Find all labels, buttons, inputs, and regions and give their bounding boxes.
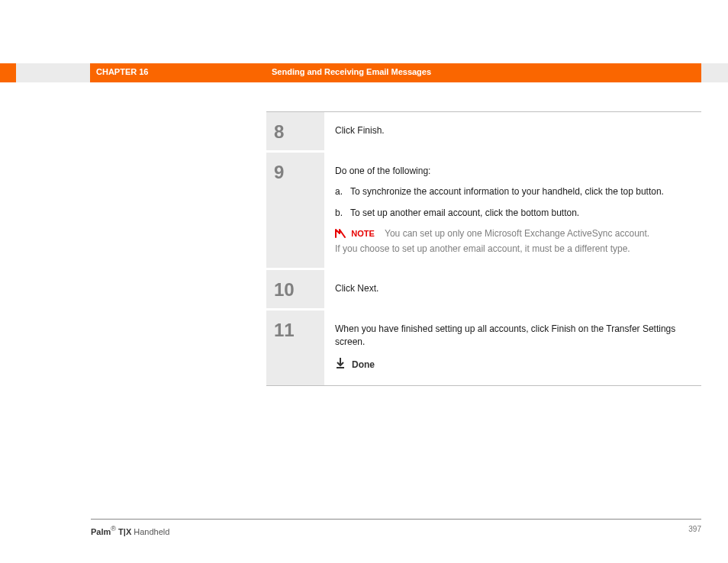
step-body: When you have finished setting up all ac… bbox=[324, 310, 701, 385]
step-number-cell: 11 bbox=[266, 310, 324, 385]
step-number: 9 bbox=[274, 163, 324, 182]
page-number: 397 bbox=[688, 525, 701, 533]
step-9: 9 Do one of the following: a. To synchro… bbox=[266, 150, 701, 268]
step-text: Click Finish. bbox=[335, 125, 385, 136]
sublist-text: To synchronize the account information t… bbox=[350, 185, 685, 198]
steps-table: 8 Click Finish. 9 Do one of the followin… bbox=[266, 111, 701, 386]
footer-rule bbox=[91, 519, 701, 520]
note-icon bbox=[335, 229, 346, 242]
step-number: 8 bbox=[274, 123, 324, 141]
step-body: Do one of the following: a. To synchroni… bbox=[324, 153, 701, 268]
sublist-item-a: a. To synchronize the account informatio… bbox=[335, 185, 685, 198]
step-number-cell: 8 bbox=[266, 112, 324, 150]
sublist-letter: a. bbox=[335, 185, 350, 198]
step-10: 10 Click Next. bbox=[266, 268, 701, 308]
note-text: You can set up only one Microsoft Exchan… bbox=[335, 228, 649, 253]
done-label: Done bbox=[352, 359, 375, 372]
header-accent-left bbox=[0, 63, 16, 82]
footer-product: Palm® T|X Handheld bbox=[91, 525, 169, 536]
step-body: Click Next. bbox=[324, 270, 701, 308]
step-body: Click Finish. bbox=[324, 112, 701, 150]
step-text: Click Next. bbox=[335, 283, 378, 294]
step-8: 8 Click Finish. bbox=[266, 112, 701, 150]
sublist-letter: b. bbox=[335, 207, 350, 220]
note-label: NOTE bbox=[351, 229, 375, 238]
down-arrow-icon bbox=[335, 357, 346, 373]
header-gap-right bbox=[701, 63, 728, 82]
step-number: 11 bbox=[274, 321, 324, 339]
step-intro: Do one of the following: bbox=[335, 165, 685, 178]
done-row: Done bbox=[335, 357, 685, 373]
note-block: NOTE You can set up only one Microsoft E… bbox=[335, 227, 685, 256]
step-11: 11 When you have finished setting up all… bbox=[266, 308, 701, 385]
sublist-item-b: b. To set up another email account, clic… bbox=[335, 207, 685, 220]
step-text: When you have finished setting up all ac… bbox=[335, 323, 685, 349]
sublist-text: To set up another email account, click t… bbox=[350, 207, 685, 220]
step-sublist: a. To synchronize the account informatio… bbox=[335, 185, 685, 220]
step-number-cell: 9 bbox=[266, 153, 324, 268]
step-number-cell: 10 bbox=[266, 270, 324, 308]
step-number: 10 bbox=[274, 281, 324, 299]
section-title: Sending and Receiving Email Messages bbox=[272, 67, 431, 76]
header-gap bbox=[16, 63, 90, 82]
chapter-label: CHAPTER 16 bbox=[96, 67, 148, 76]
